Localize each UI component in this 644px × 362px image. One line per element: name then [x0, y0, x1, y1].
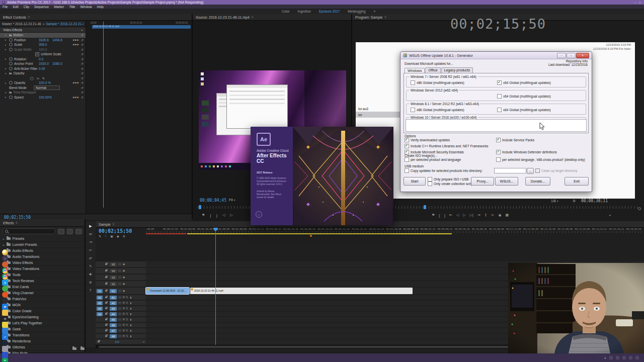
audio-track-header[interactable]: A5 M S [96, 317, 146, 322]
voiceover-record-icon[interactable] [130, 308, 131, 310]
lock-icon[interactable] [105, 335, 107, 337]
solo-toggle[interactable]: S [126, 324, 128, 326]
voiceover-record-icon[interactable] [130, 335, 131, 337]
track-name[interactable]: A7 [110, 329, 117, 333]
collapse-icon[interactable]: ▴ [81, 28, 83, 31]
workspace-tab[interactable]: Ingestion [298, 10, 311, 13]
workspace-tab[interactable]: » [374, 10, 376, 13]
reset-icon[interactable]: ↺ [81, 62, 84, 65]
source-patch[interactable] [97, 329, 103, 333]
effects-folder-row[interactable]: ▸ Video Effects [0, 260, 85, 266]
yuv-filter[interactable] [75, 229, 82, 234]
usb-copy-checkbox[interactable]: Copy updates for selected products into … [405, 168, 482, 173]
track-name[interactable]: V5 [110, 262, 117, 266]
effect-property-row[interactable]: ▸ ◯ ▭ ✎ Speed 100.00% ◀ ◆ ▶ ↺ [0, 95, 86, 100]
voiceover-record-icon[interactable] [130, 302, 131, 304]
donate-button[interactable]: Donate... [525, 177, 550, 186]
property-value[interactable]: 0.0 [39, 57, 51, 61]
option-checkbox[interactable]: Include Windows Defender definitions [496, 150, 588, 154]
tray-icon[interactable] [616, 356, 619, 359]
track-name[interactable]: A1 [110, 296, 117, 300]
track-name[interactable]: A6 [110, 323, 117, 327]
transport-icon[interactable]: ⚑ [202, 213, 205, 217]
effect-property-row[interactable]: ▸ ◯ ▭ ✎ Scale Width 100.0 ◀ ◆ ▶ ↺ [0, 47, 86, 52]
effects-folder-row[interactable]: ▸ Audio Effects [0, 248, 85, 254]
sync-lock-icon[interactable] [118, 276, 121, 279]
twirl-icon[interactable]: ▸ [5, 57, 8, 60]
scroll-handle[interactable] [638, 207, 641, 210]
taskbar-icon[interactable] [2, 346, 8, 352]
reset-icon[interactable]: ↺ [81, 67, 84, 70]
option-checkbox[interactable]: Include Service Packs [496, 138, 588, 142]
keyframe-nav-icons[interactable]: ◀ ◆ ▶ [72, 81, 79, 84]
track-name[interactable]: A8 [110, 334, 117, 338]
tab-effect-controls[interactable]: Effect Controls [3, 16, 26, 19]
audio-track-header[interactable]: A8 M S [96, 334, 146, 338]
sync-lock-icon[interactable] [118, 283, 121, 285]
track-output-icon[interactable]: ◉ [123, 276, 125, 279]
wsus-tab[interactable]: Legacy products [441, 67, 473, 73]
track-name[interactable]: V1 [110, 289, 117, 293]
transport-icon[interactable]: ▦ [506, 213, 509, 217]
mask-shape-icons[interactable]: ◯ ▭ ✎ [30, 76, 46, 80]
effect-property-row[interactable]: ◯ ▭ ✎ Blend Mode Normal ◀ ◆ ▶ ↺ [0, 85, 86, 90]
taskbar-icon[interactable]: e [2, 280, 8, 286]
button-editor-plus[interactable]: + [609, 213, 611, 218]
property-value[interactable]: 1920.0 [39, 62, 51, 65]
solo-toggle[interactable]: S [126, 329, 128, 332]
taskbar-icon[interactable] [2, 292, 8, 298]
transport-icon[interactable]: ↥ [485, 213, 488, 217]
track-name[interactable]: A5 [110, 318, 117, 322]
timeline-clip[interactable]: 2016-12-23 21-46-11.mp4 [190, 288, 413, 294]
mute-toggle[interactable]: M [123, 296, 125, 299]
effect-property-row[interactable]: ▾ fx ◯ ▭ ✎ Motion ◀ ◆ ▶ ↺ [0, 33, 86, 38]
effects-search-input[interactable] [3, 228, 55, 234]
track-output-icon[interactable]: ◉ [123, 263, 125, 265]
taskbar-icon[interactable]: ◇ [2, 316, 8, 322]
effects-folder-row[interactable]: ▸ Geek [0, 326, 85, 332]
voiceover-record-icon[interactable] [130, 313, 131, 315]
menu-item[interactable]: Title [69, 5, 75, 9]
stopwatch-icon[interactable] [9, 81, 13, 84]
cleanup-checkbox[interactable]: Clean up target directory [535, 168, 577, 173]
keyframe-nav-icons[interactable]: ◀ ◆ ▶ [72, 96, 79, 99]
transport-icon[interactable]: ⚑ [432, 213, 435, 217]
menu-item[interactable]: Window [80, 5, 92, 9]
taskbar-icon[interactable] [2, 267, 8, 274]
reset-icon[interactable]: ↺ [81, 48, 84, 51]
stopwatch-icon[interactable] [9, 67, 13, 70]
menu-item[interactable]: Sequence [34, 5, 49, 9]
track-name[interactable]: V2 [110, 282, 117, 286]
mute-toggle[interactable]: M [123, 302, 125, 304]
sync-lock-icon[interactable] [118, 335, 121, 337]
audio-track-header[interactable]: A3 A3 M S [96, 306, 146, 311]
source-patch[interactable] [97, 323, 103, 327]
stopwatch-icon[interactable] [9, 62, 13, 65]
effects-folder-row[interactable]: ▸ Tech Reviews [0, 278, 85, 284]
wsus-titlebar[interactable]: WSUS Offline Update 10.8.1 - Generator –… [400, 52, 592, 59]
timeline-toolbar-icon[interactable]: ⇅ [99, 234, 101, 238]
source-patch[interactable]: A3 [97, 307, 103, 311]
tool-icon[interactable]: T [90, 289, 92, 292]
audio-track-header[interactable]: A2 A2 M S [96, 301, 146, 305]
effect-property-row[interactable]: ▾ fx ◯ ▭ ✎ Opacity ◀ ◆ ▶ ↺ [0, 71, 86, 76]
video-track-header[interactable]: V3 ◉ [96, 275, 146, 280]
minimize-icon[interactable]: – [634, 1, 636, 4]
taskbar-icon[interactable]: ❞ [2, 358, 8, 362]
transport-icon[interactable]: ▷ [230, 213, 232, 217]
voiceover-record-icon[interactable] [130, 324, 131, 326]
lock-icon[interactable] [105, 270, 107, 272]
taskbar-icon[interactable]: ○ [2, 255, 8, 261]
goto-end-icon[interactable]: ⇥ [142, 340, 144, 343]
32bit-filter[interactable] [67, 229, 73, 234]
new-custom-bin-icon[interactable] [72, 347, 76, 350]
wsus-tab[interactable]: Office [425, 67, 440, 73]
menu-item[interactable]: Help [97, 5, 104, 9]
transport-icon[interactable]: } [444, 214, 445, 217]
taskbar-icon[interactable]: ✓ [2, 334, 8, 340]
effect-property-row[interactable]: ▸ ◯ ▭ ✎ Rotation 0.0 ◀ ◆ ▶ ↺ [0, 57, 86, 62]
only-prepare-checkbox[interactable]: Only prepare ISO / USB [428, 177, 468, 182]
product-checkbox[interactable]: x64 Global (multilingual updates) [497, 94, 584, 99]
effect-property-row[interactable]: ▸ ◯ ▭ ✎ Position 3326.6 1494.6 ◀ ◆ ▶ ↺ [0, 38, 86, 43]
effect-property-row[interactable]: ◯ ▭ ✎ Uniform Scale ◀ ◆ ▶ ↺ [0, 52, 86, 57]
